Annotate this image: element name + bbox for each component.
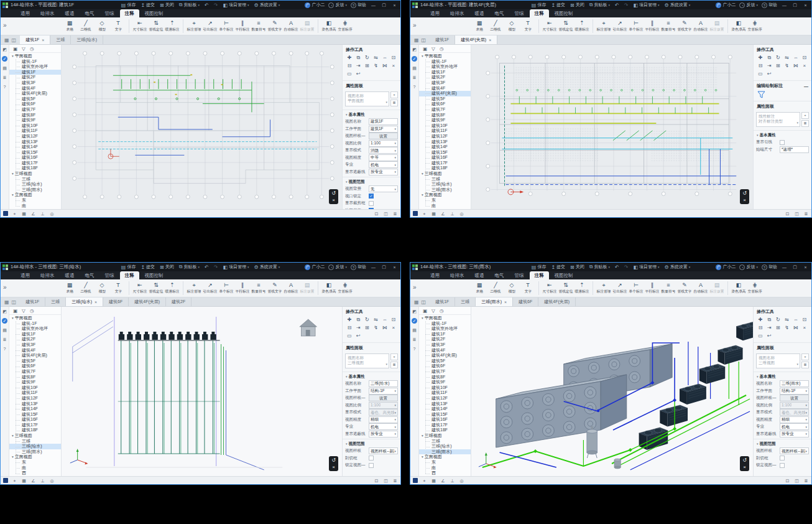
ribbon-button[interactable]: ⌖标注管理 xyxy=(186,20,202,32)
ribbon-button[interactable]: ╱二维线 xyxy=(78,282,94,294)
ribbon-button[interactable]: ◇模型 xyxy=(94,282,110,294)
project-model-icon[interactable]: ◩ xyxy=(412,309,417,314)
crosshair-icon[interactable]: ⌖ xyxy=(422,211,427,217)
tree-item[interactable]: 建筑室外地坪 xyxy=(419,64,471,70)
tile-windows-icon[interactable]: ◫ xyxy=(422,37,427,43)
ortho-icon[interactable]: ⊥ xyxy=(40,211,45,217)
ribbon-tab[interactable]: 通用 xyxy=(425,9,445,17)
array-icon[interactable]: ⊟ xyxy=(756,63,765,69)
redo-button[interactable]: ↷ xyxy=(214,264,218,270)
tree-item[interactable]: 建筑5F xyxy=(419,358,471,364)
ribbon-button[interactable]: ⇡喷淋标注 xyxy=(164,282,180,294)
tree-group[interactable]: ▾立面视图 xyxy=(419,192,471,198)
ribbon-button[interactable]: ◧染色净高 xyxy=(321,282,337,294)
type-menu-button[interactable]: ≣ xyxy=(801,120,809,127)
layers-icon[interactable]: ≣ xyxy=(2,75,7,80)
break-icon[interactable]: ↯ xyxy=(783,63,791,69)
section-header[interactable]: ▾基本属性 xyxy=(754,372,811,380)
property-select[interactable]: 按专业▾ xyxy=(780,431,809,437)
quick-save-button[interactable]: ▤保存 xyxy=(532,264,547,270)
ribbon-tab[interactable]: 管综 xyxy=(510,271,529,279)
tree-item[interactable]: 建筑8F xyxy=(9,113,61,118)
project-management-menu[interactable]: ◧项目管理▾ xyxy=(223,2,249,8)
layout-icon[interactable]: ◫ xyxy=(794,478,800,484)
quick-save-button[interactable]: ▤保存 xyxy=(121,2,136,8)
tree-item[interactable]: 建筑8F xyxy=(419,113,471,118)
ribbon-button[interactable]: ✎管线文字 xyxy=(267,20,283,32)
join-icon[interactable]: ⋈ xyxy=(381,63,389,69)
layers-icon[interactable]: ≣ xyxy=(2,337,7,342)
extend-icon[interactable]: ⇥ xyxy=(354,325,362,331)
close-tab-icon[interactable]: × xyxy=(504,300,507,304)
model-tree-icon[interactable]: ▣ xyxy=(423,46,427,52)
views-grid-icon[interactable]: ▦ xyxy=(4,299,9,305)
property-checkbox[interactable] xyxy=(369,463,374,468)
break-icon[interactable]: ↯ xyxy=(372,325,381,331)
tree-item[interactable]: 东 xyxy=(9,460,61,466)
ribbon-button[interactable]: ▤标注设置 xyxy=(709,282,725,294)
tree-item[interactable]: 三维(雨水) xyxy=(419,187,471,193)
undo-float-button[interactable]: ↺ xyxy=(331,457,336,463)
user-menu[interactable]: 广广小二 xyxy=(305,2,325,8)
ribbon-tab[interactable]: 给排水 xyxy=(35,271,60,279)
quick-submit-button[interactable]: ↥提交 xyxy=(551,264,565,270)
rotate-icon[interactable]: ↻ xyxy=(362,55,371,61)
views-grid-icon[interactable]: ▦ xyxy=(414,299,419,305)
tree-item[interactable]: 建筑4F(夹层) xyxy=(419,353,471,358)
tree-item[interactable]: 东 xyxy=(419,460,471,466)
filter-icon[interactable]: ▽ xyxy=(431,308,435,314)
settings-button[interactable]: 设置 xyxy=(369,133,398,139)
drawing-canvas[interactable]: ↺ × xyxy=(62,45,342,209)
ribbon-button[interactable]: ⇡喷淋标注 xyxy=(574,282,590,294)
collapse-section-icon[interactable]: — xyxy=(804,84,808,88)
move-icon[interactable]: ✚ xyxy=(756,55,765,61)
copy-icon[interactable]: ⧉ xyxy=(765,55,773,61)
ribbon-tab[interactable]: 注释 xyxy=(530,9,549,17)
minimize-button[interactable]: — xyxy=(781,265,788,269)
tree-item[interactable]: 建筑11F xyxy=(419,128,471,134)
close-float-button[interactable]: × xyxy=(743,197,746,203)
delete-icon[interactable]: × xyxy=(389,63,398,69)
add-type-button[interactable]: + xyxy=(801,112,809,119)
ribbon-button[interactable]: ▦表格 xyxy=(62,282,78,294)
drawing-canvas[interactable]: ↺ × xyxy=(471,307,753,476)
ribbon-button[interactable]: ▤标注设置 xyxy=(299,20,315,32)
tree-item[interactable]: 建筑16F xyxy=(419,155,471,161)
ribbon-button[interactable]: ╱二维线 xyxy=(487,20,504,32)
tree-item[interactable]: 建筑1F xyxy=(9,70,61,75)
quick-close-file-button[interactable]: ⊠关闭 xyxy=(160,264,174,270)
feedback-menu[interactable]: ◔反馈▾ xyxy=(739,264,758,270)
history-icon[interactable]: ◷ xyxy=(30,46,34,52)
maximize-button[interactable]: ▢ xyxy=(791,2,798,7)
tree-item[interactable]: 建筑3F xyxy=(419,80,471,86)
ribbon-tab[interactable]: 电气 xyxy=(490,9,509,17)
check-active-icon[interactable]: ✓ xyxy=(2,318,7,324)
undo-tool-icon[interactable]: ↩ xyxy=(354,333,362,339)
expand-panel-icon[interactable]: » xyxy=(413,22,417,29)
close-tab-icon[interactable]: × xyxy=(42,38,44,42)
property-select[interactable]: 机电▾ xyxy=(369,161,398,168)
tree-item[interactable]: 建筑11F xyxy=(419,390,471,396)
ribbon-button[interactable]: ⋕立管标序 xyxy=(337,282,353,294)
model-tree-icon[interactable]: ▣ xyxy=(13,308,17,314)
stretch-icon[interactable]: ⇔ xyxy=(791,317,800,323)
help-menu[interactable]: ?帮助 xyxy=(762,2,777,8)
undo-button[interactable]: ↶ xyxy=(205,264,209,270)
tree-item[interactable]: 建筑9F xyxy=(9,380,61,385)
trim-icon[interactable]: ⊞ xyxy=(773,63,782,69)
tree-item[interactable]: 建筑1F xyxy=(419,332,471,337)
property-select[interactable]: 视图样板--新建▾ xyxy=(369,447,398,454)
quick-close-file-button[interactable]: ⊠关闭 xyxy=(570,264,584,270)
maximize-button[interactable]: ▢ xyxy=(381,2,387,7)
property-select[interactable]: 按专业▾ xyxy=(369,431,398,437)
delete-icon[interactable]: × xyxy=(800,63,809,69)
type-list[interactable]: 线性标注 对齐标注类型 ▾ xyxy=(756,112,800,127)
section-header[interactable]: ▾视图范围 xyxy=(343,439,400,447)
measure-icon[interactable]: ▭ xyxy=(345,333,354,339)
tree-item[interactable]: 建筑13F xyxy=(419,139,471,145)
undo-button[interactable]: ↶ xyxy=(615,2,619,8)
tree-item[interactable]: 建筑室外地坪 xyxy=(9,326,61,332)
tree-item[interactable]: 建筑5F xyxy=(419,96,471,102)
copy-icon[interactable]: ⧉ xyxy=(765,317,773,323)
stretch-icon[interactable]: ⇔ xyxy=(791,55,800,61)
